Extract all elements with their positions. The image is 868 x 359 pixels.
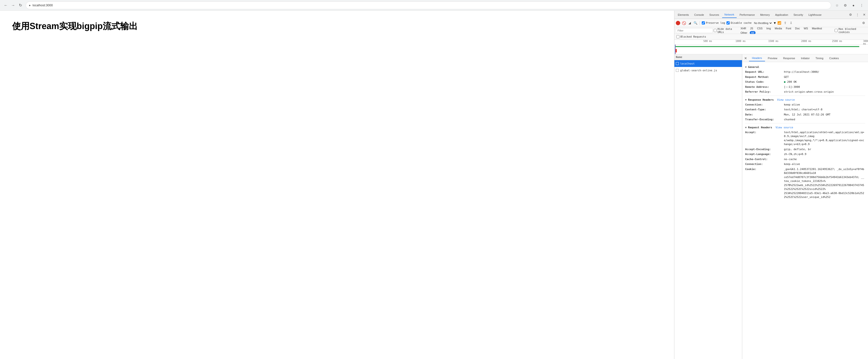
tab-lighthouse[interactable]: Lighthouse xyxy=(806,12,824,18)
forward-button[interactable]: → xyxy=(10,2,16,8)
filter-type-font[interactable]: Font xyxy=(784,27,793,30)
filter-type-tags: XHR JS CSS Img Media Font Doc WS Manifes… xyxy=(739,27,834,34)
req-accept-value: text/html,application/xhtml+xml,applicat… xyxy=(784,131,865,146)
tab-network[interactable]: Network xyxy=(722,12,737,18)
req-accept-label: Accept: xyxy=(745,131,784,146)
disable-cache-checkbox-label[interactable]: Disable cache xyxy=(726,21,751,25)
request-list: Name localhost global-search-online.js xyxy=(674,54,742,359)
general-section-header[interactable]: ▼ General xyxy=(745,64,865,70)
profile-button[interactable]: ● xyxy=(850,2,857,9)
request-item-localhost[interactable]: localhost xyxy=(674,60,742,67)
menu-button[interactable]: ⋮ xyxy=(858,2,865,9)
details-tab-timing[interactable]: Timing xyxy=(812,55,826,61)
req-cache-control-row: Cache-Control: no-cache xyxy=(745,157,865,162)
record-button[interactable] xyxy=(676,21,680,25)
response-headers-section-header[interactable]: ▼ Response Headers View source xyxy=(745,97,865,102)
settings-icon-button[interactable]: ⚙ xyxy=(848,12,854,18)
timeline-labels: 500 ms 1000 ms 1500 ms 2000 ms 2500 ms 3… xyxy=(675,40,868,45)
request-url-value: http://localhost:3000/ xyxy=(784,70,819,74)
filter-type-js[interactable]: JS xyxy=(748,27,754,30)
general-section-content: Request URL: http://localhost:3000/ Requ… xyxy=(745,70,865,94)
resp-date-label: Date: xyxy=(745,113,784,117)
blocked-requests-label[interactable]: Blocked Requests xyxy=(676,35,706,38)
preserve-log-checkbox-label[interactable]: Preserve log xyxy=(702,21,725,25)
details-tab-initiator[interactable]: Initiator xyxy=(798,55,812,61)
request-icon-localhost xyxy=(676,62,679,65)
filter-type-doc[interactable]: Doc xyxy=(794,27,801,30)
resp-transfer-encoding-label: Transfer-Encoding: xyxy=(745,118,784,122)
response-headers-view-source[interactable]: View source xyxy=(777,98,795,102)
details-tab-headers[interactable]: Headers xyxy=(749,55,765,61)
details-tab-preview[interactable]: Preview xyxy=(765,55,780,61)
request-method-label: Request Method: xyxy=(745,75,784,79)
address-bar[interactable]: ● localhost:3000 xyxy=(26,1,831,9)
resp-transfer-encoding-value: chunked xyxy=(784,118,795,122)
export-button[interactable]: ⇩ xyxy=(789,21,793,25)
throttle-select[interactable]: No throttling xyxy=(753,21,773,25)
tab-application[interactable]: Application xyxy=(773,12,791,18)
request-headers-section-header[interactable]: ▼ Request Headers View source xyxy=(745,125,865,130)
filter-type-img[interactable]: Img xyxy=(765,27,772,30)
timeline-bar-red xyxy=(675,49,677,52)
filter-type-ws[interactable]: WS xyxy=(802,27,810,30)
req-cookie-value: _ga=GA1.1.2405372201.1624953627; _dx_uz2… xyxy=(784,167,865,199)
extensions-button[interactable]: ⚙ xyxy=(842,2,848,9)
request-headers-toggle-icon: ▼ xyxy=(745,126,747,129)
back-button[interactable]: ← xyxy=(3,2,9,8)
preserve-log-checkbox[interactable] xyxy=(702,21,705,25)
tab-elements[interactable]: Elements xyxy=(675,12,691,18)
tl-label-3000: 3000 ms xyxy=(863,40,868,45)
request-method-row: Request Method: GET xyxy=(745,75,865,80)
throttle-dropdown-icon[interactable]: ▼ xyxy=(774,21,776,25)
blocked-requests-checkbox[interactable] xyxy=(676,35,680,38)
browser-bar: ← → ↻ ● localhost:3000 ☆ ⚙ ● ⋮ xyxy=(0,0,868,11)
disable-cache-checkbox[interactable] xyxy=(726,21,730,25)
wifi-icon-button[interactable]: 📶 xyxy=(777,21,781,25)
lock-icon: ● xyxy=(29,4,31,7)
tab-performance[interactable]: Performance xyxy=(737,12,757,18)
import-button[interactable]: ⇧ xyxy=(783,21,787,25)
request-method-value: GET xyxy=(784,75,789,79)
close-devtools-button[interactable]: ✕ xyxy=(861,12,867,18)
browser-nav-buttons: ← → ↻ xyxy=(3,2,23,8)
has-blocked-cookies-label[interactable]: Has blocked cookies xyxy=(835,27,867,34)
details-close-button[interactable]: ✕ xyxy=(742,55,749,62)
request-headers-view-source[interactable]: View source xyxy=(775,126,793,129)
filter-type-css[interactable]: CSS xyxy=(755,27,764,30)
details-tab-response[interactable]: Response xyxy=(780,55,798,61)
req-accept-language-label: Accept-Language: xyxy=(745,152,784,157)
resp-connection-label: Connection: xyxy=(745,103,784,107)
network-settings-button[interactable]: ⚙ xyxy=(861,20,867,26)
req-connection-row: Connection: keep-alive xyxy=(745,162,865,167)
has-blocked-cookies-checkbox[interactable] xyxy=(835,29,838,32)
filter-type-manifest[interactable]: Manifest xyxy=(810,27,824,30)
devtools-icons: ⚙ ⋮ ✕ xyxy=(848,12,867,18)
clear-button[interactable]: 🚫 xyxy=(682,21,686,25)
tab-console[interactable]: Console xyxy=(692,12,706,18)
tab-security[interactable]: Security xyxy=(791,12,805,18)
filter-type-xhr[interactable]: XHR xyxy=(739,27,748,30)
tab-memory[interactable]: Memory xyxy=(758,12,772,18)
resp-date-value: Mon, 12 Jul 2021 07:52:26 GMT xyxy=(784,113,831,117)
search-button[interactable]: 🔍 xyxy=(693,21,698,25)
star-button[interactable]: ☆ xyxy=(834,2,840,9)
details-tab-cookies[interactable]: Cookies xyxy=(826,55,842,61)
request-item-global-search[interactable]: global-search-online.js xyxy=(674,67,742,74)
timeline-graph xyxy=(674,45,868,54)
hide-data-urls-checkbox[interactable] xyxy=(714,29,717,32)
request-headers-section-title: Request Headers xyxy=(748,126,772,129)
filter-type-media[interactable]: Media xyxy=(773,27,783,30)
filter-toggle-button[interactable]: ◢ xyxy=(687,21,692,25)
has-blocked-cookies-text: Has blocked cookies xyxy=(838,27,867,34)
filter-input[interactable] xyxy=(676,28,713,33)
blocked-requests-bar: Blocked Requests xyxy=(674,34,868,40)
url-text: localhost:3000 xyxy=(32,3,53,7)
more-options-icon-button[interactable]: ⋮ xyxy=(855,12,860,18)
hide-data-urls-label[interactable]: Hide data URLs xyxy=(714,27,738,34)
status-code-row: Status Code: ● 200 OK xyxy=(745,80,865,85)
tab-sources[interactable]: Sources xyxy=(707,12,721,18)
blocked-requests-text: Blocked Requests xyxy=(680,35,706,38)
reload-button[interactable]: ↻ xyxy=(18,2,23,8)
filter-bar: Hide data URLs XHR JS CSS Img Media Font… xyxy=(674,27,868,34)
resp-date-row: Date: Mon, 12 Jul 2021 07:52:26 GMT xyxy=(745,112,865,117)
